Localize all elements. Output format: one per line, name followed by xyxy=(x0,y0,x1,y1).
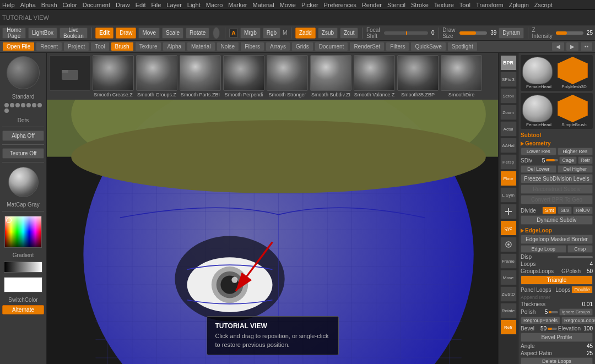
move-icon-button[interactable]: Move xyxy=(500,270,517,285)
brush-item-smoothdire[interactable]: SmoothDire xyxy=(441,55,482,97)
brush-folder[interactable] xyxy=(49,55,90,97)
persp-button[interactable]: Persp xyxy=(500,154,517,170)
rotate-button[interactable]: Rotate xyxy=(186,28,209,39)
brush-item-smooth-crease[interactable]: Smooth Crease.Z xyxy=(93,55,134,97)
z-intensity-slider[interactable] xyxy=(556,31,583,35)
lsym-button[interactable]: L.Sym xyxy=(500,187,517,203)
nav-prev[interactable]: ◀ xyxy=(551,42,565,51)
freeze-subdiv-btn[interactable]: Freeze SubDivision Levels xyxy=(521,174,593,183)
tab-spotlight[interactable]: Spotlight xyxy=(447,42,478,51)
polish-slider[interactable] xyxy=(549,311,558,313)
spix-button[interactable]: SPix 3 xyxy=(500,72,517,87)
menu-movie[interactable]: Movie xyxy=(280,2,296,8)
bevel-slider[interactable] xyxy=(548,328,557,330)
zsub-button[interactable]: Zsub xyxy=(318,28,338,39)
menu-tool[interactable]: Tool xyxy=(459,2,470,8)
tab-material[interactable]: Material xyxy=(187,42,215,51)
focal-shift-slider[interactable] xyxy=(384,31,428,35)
rgb-button[interactable]: Rgb xyxy=(263,28,280,39)
smt-btn[interactable]: Smt xyxy=(542,207,556,214)
menu-marker[interactable]: Marker xyxy=(228,2,247,8)
menu-zscript[interactable]: Zscript xyxy=(534,2,553,8)
crisp-btn[interactable]: Crisp xyxy=(567,245,593,253)
menu-preferences[interactable]: Preferences xyxy=(324,2,356,8)
texture-off-button[interactable]: Texture Off xyxy=(2,148,44,159)
tab-tool[interactable]: Tool xyxy=(90,42,109,51)
edgeloop-header[interactable]: EdgeLoop xyxy=(521,227,593,233)
menu-alpha[interactable]: Alpha xyxy=(20,2,36,8)
lower-res-btn[interactable]: Lower Res xyxy=(521,148,556,155)
tab-project[interactable]: Project xyxy=(63,42,89,51)
nav-next[interactable]: ▶ xyxy=(566,42,579,51)
edit-button[interactable]: Edit xyxy=(95,28,113,39)
menu-color[interactable]: Color xyxy=(63,2,77,8)
tab-renderset[interactable]: RenderSet xyxy=(349,42,385,51)
canvas-area[interactable]: TUTORIAL VIEW Click and drag to repositi… xyxy=(47,100,498,364)
frame-button[interactable]: Frame xyxy=(500,253,517,269)
brush-item-smooth35[interactable]: Smooth35.ZBP xyxy=(397,55,439,97)
tab-alpha[interactable]: Alpha xyxy=(163,42,186,51)
tab-quicksave[interactable]: QuickSave xyxy=(410,42,446,51)
scroll-button[interactable]: Scroll xyxy=(500,88,517,104)
menu-picker[interactable]: Picker xyxy=(301,2,318,8)
move-button[interactable]: Move xyxy=(138,28,159,39)
bevel-profile-btn[interactable]: Bevel Profile xyxy=(521,333,593,342)
tab-recent[interactable]: Recent xyxy=(36,42,62,51)
menu-material[interactable]: Material xyxy=(253,2,274,8)
sdiv-slider[interactable] xyxy=(546,159,558,161)
menu-file[interactable]: File xyxy=(152,2,161,8)
model-female-head-1[interactable]: 2 FemaleHead xyxy=(522,57,555,89)
nav-dots[interactable]: •• xyxy=(580,42,593,51)
menu-document[interactable]: Document xyxy=(83,2,110,8)
dynam-button[interactable]: Dynam xyxy=(499,28,524,39)
delete-loops-btn[interactable]: Delete Loops xyxy=(521,357,593,364)
suv-btn[interactable]: Suv xyxy=(558,207,572,214)
disp-slider[interactable] xyxy=(558,256,593,258)
zadd-button[interactable]: Zadd xyxy=(295,28,316,39)
menu-macro[interactable]: Macro xyxy=(206,2,223,8)
menu-brush[interactable]: Brush xyxy=(41,2,57,8)
menu-light[interactable]: Light xyxy=(187,2,201,8)
gradient-swatch[interactable] xyxy=(4,262,42,273)
rotate-icon-button[interactable]: Rotate xyxy=(500,303,517,318)
convert-bpr-btn[interactable]: Convert BPR To Geo xyxy=(521,195,593,204)
retr-btn[interactable]: Retr xyxy=(578,156,593,164)
aahal-button[interactable]: AAHal xyxy=(500,138,517,153)
brush-item-smooth-stronger[interactable]: Smooth Stronger xyxy=(267,55,308,97)
live-boolean-button[interactable]: Live Boolean xyxy=(60,28,88,39)
alternate-button[interactable]: Alternate xyxy=(2,305,44,314)
menu-transform[interactable]: Transform xyxy=(476,2,504,8)
tab-fibers[interactable]: Fibers xyxy=(240,42,264,51)
tab-filters[interactable]: Filters xyxy=(386,42,409,51)
scale-button[interactable]: Scale xyxy=(162,28,183,39)
regroup-panels-btn[interactable]: RegroupPanels xyxy=(521,317,560,324)
del-higher-btn[interactable]: Del Higher xyxy=(558,165,593,173)
zwstd-button[interactable]: ZwStD xyxy=(500,286,517,302)
del-lower-btn[interactable]: Del Lower xyxy=(521,165,556,173)
home-page-button[interactable]: Home Page xyxy=(2,28,26,39)
menu-edit[interactable]: Edit xyxy=(136,2,146,8)
brush-item-smooth-subdiv[interactable]: Smooth Subdiv.ZI xyxy=(310,55,351,97)
edge-loop-btn[interactable]: Edge Loop xyxy=(521,245,566,253)
qyz-button[interactable]: Qyz xyxy=(500,220,517,236)
menu-render[interactable]: Render xyxy=(362,2,382,8)
refr-button[interactable]: Refr xyxy=(500,319,517,335)
tab-arrays[interactable]: Arrays xyxy=(266,42,290,51)
alpha-off-button[interactable]: Alpha Off xyxy=(2,131,44,141)
tab-grids[interactable]: Grids xyxy=(291,42,313,51)
relu-btn[interactable]: RelUV xyxy=(573,207,593,214)
brush-item-smooth-parts[interactable]: Smooth Parts.ZBI xyxy=(180,55,221,97)
tab-noise[interactable]: Noise xyxy=(217,42,240,51)
draw-button[interactable]: Draw xyxy=(116,28,136,39)
brush-item-smooth-groups[interactable]: Smooth Groups.Z xyxy=(136,55,177,97)
zcut-button[interactable]: Zcut xyxy=(340,28,358,39)
menu-zplugin[interactable]: Zplugin xyxy=(509,2,529,8)
tab-open-file[interactable]: Open File xyxy=(2,42,35,51)
cage-btn[interactable]: Cage xyxy=(559,156,577,164)
regroup-loops-btn[interactable]: RegroupLoops xyxy=(561,317,595,324)
brush-item-smooth-perp[interactable]: Smooth Perpendi xyxy=(223,55,264,97)
brush-item-smooth-valance[interactable]: Smooth Valance.Z xyxy=(354,55,395,97)
switch-color-button[interactable]: SwitchColor xyxy=(2,297,44,303)
model-female-head-2[interactable]: FemaleHead xyxy=(522,95,555,127)
tab-document[interactable]: Document xyxy=(315,42,349,51)
